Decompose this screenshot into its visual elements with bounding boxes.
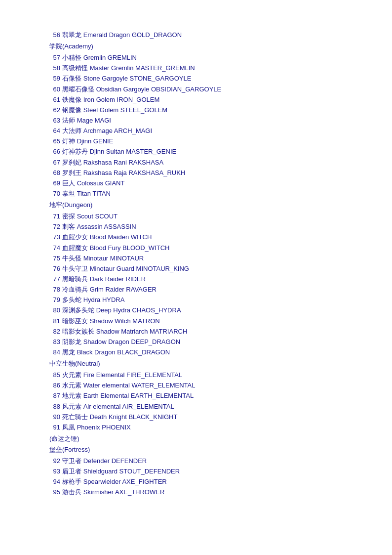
entry-zh: 铁魔像 — [62, 96, 83, 103]
entry-number: 84 — [49, 347, 60, 357]
entry-number: 81 — [49, 316, 60, 326]
list-item: 81暗影巫女 Shadow Witch MATRON — [49, 316, 343, 326]
entry-number: 72 — [49, 222, 60, 232]
entry-en: Shadow Dragon DEEP_DRAGON — [83, 338, 181, 345]
entry-en: Djinn Sultan MASTER_GENIE — [90, 148, 177, 155]
entry-zh: 冷血骑兵 — [62, 286, 90, 293]
entry-en: Defender DEFENDER — [83, 457, 147, 465]
list-item: 58高级精怪 Master Gremlin MASTER_GREMLIN — [49, 63, 343, 73]
entry-number: 70 — [49, 189, 60, 199]
list-item: 84黑龙 Black Dragon BLACK_DRAGON — [49, 347, 343, 357]
entry-zh: 血腥魔女 — [62, 244, 90, 252]
entry-number: 56 — [49, 30, 60, 40]
entry-number: 93 — [49, 467, 60, 476]
entry-zh: 阴影龙 — [62, 338, 83, 345]
list-item: 77黑暗骑兵 Dark Raider RIDER — [49, 274, 343, 284]
entry-number: 57 — [49, 53, 60, 63]
entry-zh: 罗刹妃 — [62, 159, 83, 166]
section-header: 堡垒(Fortress) — [49, 445, 343, 454]
entry-number: 91 — [49, 423, 60, 432]
entry-zh: 暗影巫女 — [62, 317, 90, 325]
entry-number: 82 — [49, 327, 60, 337]
entry-zh: 小精怪 — [62, 54, 83, 61]
entry-en: Blood Fury BLOOD_WITCH — [90, 244, 170, 252]
entry-zh: 火元素 — [62, 371, 83, 379]
list-item: 64大法师 Archmage ARCH_MAGI — [49, 126, 343, 136]
list-item: 94标枪手 Spearwielder AXE_FIGHTER — [49, 477, 343, 487]
list-item: 66灯神苏丹 Djinn Sultan MASTER_GENIE — [49, 147, 343, 157]
entry-number: 77 — [49, 274, 60, 284]
entry-en: Colossus GIANT — [77, 179, 125, 187]
list-item: 71密探 Scout SCOUT — [49, 212, 343, 221]
list-item: 93盾卫者 Shieldguard STOUT_DEFENDER — [49, 467, 343, 476]
list-item: 75牛头怪 Minotaur MINOTAUR — [49, 254, 343, 263]
list-item: 83阴影龙 Shadow Dragon DEEP_DRAGON — [49, 337, 343, 347]
entry-en: Water elemental WATER_ELEMENTAL — [83, 382, 196, 389]
entry-zh: 风元素 — [62, 403, 83, 410]
entry-number: 73 — [49, 232, 60, 242]
list-item: 86水元素 Water elemental WATER_ELEMENTAL — [49, 381, 343, 390]
entry-en: Gremlin GREMLIN — [83, 54, 137, 61]
entry-number: 62 — [49, 105, 60, 115]
entry-number: 94 — [49, 477, 60, 487]
list-item: 92守卫者 Defender DEFENDER — [49, 456, 343, 466]
entry-en: Stone Gargoyle STONE_GARGOYLE — [83, 75, 192, 82]
entry-number: 86 — [49, 381, 60, 390]
entry-en: Emerald Dragon GOLD_DRAGON — [83, 31, 182, 39]
entry-en: Steel Golem STEEL_GOLEM — [83, 106, 168, 114]
entry-number: 64 — [49, 126, 60, 136]
list-item: 62钢魔像 Steel Golem STEEL_GOLEM — [49, 105, 343, 115]
entry-zh: 守卫者 — [62, 457, 83, 465]
list-item: 73血腥少女 Blood Maiden WITCH — [49, 232, 343, 242]
entry-number: 92 — [49, 456, 60, 466]
list-item: 61铁魔像 Iron Golem IRON_GOLEM — [49, 95, 343, 105]
entry-number: 67 — [49, 158, 60, 168]
entry-zh: 黑龙 — [62, 348, 77, 356]
entry-zh: 牛头怪 — [62, 255, 83, 262]
section-header: 地牢(Dungeon) — [49, 201, 343, 210]
entry-number: 75 — [49, 254, 60, 263]
entry-en: Mage MAGI — [77, 117, 111, 124]
entry-en: Archmage ARCH_MAGI — [83, 127, 152, 134]
entry-zh: 多头蛇 — [62, 296, 83, 303]
entry-number: 85 — [49, 370, 60, 380]
entry-number: 60 — [49, 85, 60, 94]
entry-number: 59 — [49, 74, 60, 84]
entry-en: Rakshasa Raja RAKSHASA_RUKH — [83, 169, 186, 176]
list-item: 87地元素 Earth Elemental EARTH_ELEMENTAL — [49, 391, 343, 401]
entry-zh: 灯神苏丹 — [62, 148, 90, 155]
entry-en: Fire Elemental FIRE_ELEMENTAL — [83, 371, 183, 379]
entry-en: Dark Raider RIDER — [90, 275, 146, 283]
entry-zh: 凤凰 — [62, 424, 77, 431]
entry-en: Titan TITAN — [77, 190, 111, 197]
entry-en: Blood Maiden WITCH — [90, 233, 152, 241]
entry-en: Minotaur MINOTAUR — [83, 255, 144, 262]
entry-number: 58 — [49, 63, 60, 73]
entry-zh: 死亡骑士 — [62, 413, 90, 421]
entry-zh: 密探 — [62, 213, 77, 220]
entry-number: 63 — [49, 116, 60, 126]
entry-number: 87 — [49, 391, 60, 401]
entry-zh: 游击兵 — [62, 488, 83, 496]
section-header: (命运之锤) — [49, 434, 343, 443]
entry-en: Death Knight BLACK_KNIGHT — [90, 413, 178, 421]
entry-en: Black Dragon BLACK_DRAGON — [77, 348, 170, 356]
entry-en: Spearwielder AXE_FIGHTER — [83, 478, 167, 485]
content-area: 56翡翠龙 Emerald Dragon GOLD_DRAGON学院(Acade… — [49, 30, 343, 497]
entry-number: 61 — [49, 95, 60, 105]
list-item: 78冷血骑兵 Grim Raider RAVAGER — [49, 285, 343, 295]
list-item: 65灯神 Djinn GENIE — [49, 136, 343, 146]
entry-en: Skirmisher AXE_THROWER — [83, 488, 165, 496]
entry-zh: 黑暗骑兵 — [62, 275, 90, 283]
list-item: 68罗刹王 Rakshasa Raja RAKSHASA_RUKH — [49, 168, 343, 178]
entry-en: Grim Raider RAVAGER — [90, 286, 157, 293]
list-item: 95游击兵 Skirmisher AXE_THROWER — [49, 487, 343, 497]
entry-number: 88 — [49, 402, 60, 412]
entry-en: Rakshasa Rani RAKSHASA — [83, 159, 164, 166]
entry-number: 90 — [49, 412, 60, 422]
list-item: 59石像怪 Stone Gargoyle STONE_GARGOYLE — [49, 74, 343, 84]
list-item: 72刺客 Assassin ASSASSIN — [49, 222, 343, 232]
list-item: 90死亡骑士 Death Knight BLACK_KNIGHT — [49, 412, 343, 422]
entry-zh: 暗影女族长 — [62, 328, 96, 335]
entry-en: Master Gremlin MASTER_GREMLIN — [90, 64, 195, 72]
